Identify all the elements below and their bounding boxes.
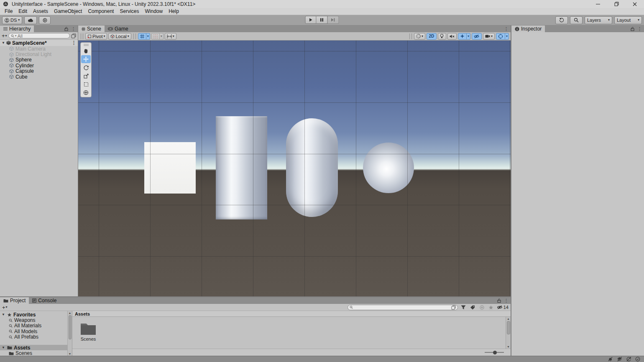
tree-item-all-prefabs[interactable]: All Prefabs <box>0 334 67 340</box>
menu-file[interactable]: File <box>2 8 15 14</box>
scene-audio-toggle[interactable] <box>447 33 457 40</box>
toolbar-drag-handle[interactable] <box>133 33 136 39</box>
kebab-icon[interactable]: ⋮ <box>71 27 76 31</box>
scroll-down-icon[interactable]: ▼ <box>507 345 510 348</box>
kebab-icon[interactable]: ⋮ <box>504 27 509 31</box>
grid-visibility-toggle[interactable] <box>138 33 146 40</box>
gizmos-toggle[interactable] <box>496 33 505 40</box>
kebab-icon[interactable]: ⋮ <box>72 41 76 45</box>
scene-object-cylinder[interactable] <box>216 116 267 219</box>
layers-muted-icon[interactable] <box>617 357 622 362</box>
undo-history-button[interactable] <box>555 16 568 24</box>
services-button[interactable] <box>39 16 51 24</box>
gizmos-dropdown[interactable]: ▾ <box>505 33 509 40</box>
hierarchy-item-cube[interactable]: Cube <box>0 74 78 79</box>
move-tool-button[interactable] <box>81 55 91 63</box>
account-button[interactable]: DS ▾ <box>2 16 22 24</box>
rect-tool-button[interactable] <box>81 80 91 88</box>
add-gameobject-button[interactable]: +▾ <box>2 33 7 38</box>
tree-item-weapons[interactable]: Weapons <box>0 317 67 323</box>
toolbar-drag-handle[interactable] <box>409 33 412 39</box>
hierarchy-scene-row[interactable]: ▼ SampleScene* ⋮ <box>0 40 78 46</box>
save-search-icon[interactable] <box>478 304 486 311</box>
hierarchy-item-sphere[interactable]: Sphere <box>0 57 78 63</box>
tree-item-assets[interactable]: ▼ Assets <box>0 345 67 350</box>
play-button[interactable] <box>305 16 317 24</box>
snap-settings-dropdown[interactable]: ▾ <box>165 33 176 40</box>
tab-hierarchy[interactable]: Hierarchy <box>0 25 34 32</box>
bell-muted-icon[interactable] <box>608 357 613 362</box>
hierarchy-item-directional-light[interactable]: Directional Light <box>0 51 78 57</box>
scene-object-sphere[interactable] <box>363 143 414 193</box>
rotate-tool-button[interactable] <box>81 64 91 71</box>
scene-effects-dropdown[interactable]: ▾ <box>467 33 470 40</box>
scene-effects-toggle[interactable] <box>458 33 467 40</box>
increment-snap-dropdown[interactable]: ▾ <box>160 33 164 40</box>
overlay-drag-handle[interactable] <box>81 43 91 46</box>
menu-window[interactable]: Window <box>142 8 166 14</box>
scrollbar-thumb[interactable] <box>69 315 72 339</box>
slider-knob[interactable] <box>493 351 497 354</box>
menu-component[interactable]: Component <box>85 8 117 14</box>
tab-console[interactable]: Console <box>29 297 60 304</box>
scale-tool-button[interactable] <box>81 72 91 80</box>
layout-dropdown[interactable]: Layout ▾ <box>614 16 642 24</box>
tab-project[interactable]: Project <box>0 297 29 304</box>
search-by-type-icon[interactable] <box>460 304 467 311</box>
maximize-button[interactable] <box>607 0 626 8</box>
create-asset-button[interactable]: +▾ <box>2 305 8 310</box>
tree-item-all-materials[interactable]: All Materials <box>0 323 67 329</box>
close-button[interactable] <box>626 0 644 8</box>
pause-button[interactable] <box>317 16 328 24</box>
scene-lighting-toggle[interactable] <box>438 33 446 40</box>
foldout-triangle[interactable]: ▼ <box>2 313 5 316</box>
open-in-search-icon[interactable] <box>451 305 456 310</box>
tree-item-scenes[interactable]: Scenes <box>0 350 67 356</box>
kebab-icon[interactable]: ⋮ <box>637 27 642 31</box>
hierarchy-item-cylinder[interactable]: Cylinder <box>0 63 78 68</box>
project-search-input[interactable] <box>348 305 458 310</box>
project-tree-scrollbar[interactable]: ▲ ▼ <box>67 311 72 356</box>
scroll-up-icon[interactable]: ▲ <box>507 317 510 320</box>
menu-edit[interactable]: Edit <box>15 8 30 14</box>
tab-game[interactable]: Game <box>105 25 132 32</box>
progress-icon[interactable] <box>635 357 640 362</box>
picker-icon[interactable] <box>71 33 76 38</box>
search-by-label-icon[interactable] <box>469 304 476 311</box>
tab-scene[interactable]: Scene <box>78 25 105 32</box>
asset-grid[interactable]: Scenes <box>72 317 511 349</box>
scene-camera-dropdown[interactable]: ▾ <box>483 33 495 40</box>
tree-item-all-models[interactable]: All Models <box>0 329 67 334</box>
lock-icon[interactable] <box>64 27 68 31</box>
hierarchy-search-input[interactable]: ▾ All <box>8 33 70 38</box>
scroll-up-icon[interactable]: ▲ <box>69 311 72 314</box>
hand-tool-button[interactable] <box>81 47 91 55</box>
favorites-star-icon[interactable] <box>488 304 495 311</box>
tab-inspector[interactable]: Inspector <box>511 25 545 32</box>
scene-object-cube[interactable] <box>144 142 196 194</box>
asset-grid-scrollbar[interactable]: ▲ ▼ <box>506 317 511 349</box>
menu-assets[interactable]: Assets <box>30 8 51 14</box>
scene-visibility-toggle[interactable] <box>472 33 482 40</box>
menu-help[interactable]: Help <box>166 8 182 14</box>
grid-visibility-dropdown[interactable]: ▾ <box>146 33 150 40</box>
asset-folder-scenes[interactable]: Scenes <box>77 322 99 342</box>
toolbar-drag-handle[interactable] <box>81 33 83 39</box>
transform-tool-button[interactable] <box>81 89 91 97</box>
minimize-button[interactable] <box>589 0 607 8</box>
menu-gameobject[interactable]: GameObject <box>51 8 85 14</box>
lock-icon[interactable] <box>497 298 501 303</box>
layers-dropdown[interactable]: Layers ▾ <box>585 16 612 24</box>
hierarchy-item-main-camera[interactable]: Main Camera <box>0 46 78 51</box>
menu-services[interactable]: Services <box>117 8 142 14</box>
foldout-triangle[interactable]: ▼ <box>2 346 5 349</box>
draw-mode-dropdown[interactable]: ▾ <box>414 33 425 40</box>
scroll-down-icon[interactable]: ▼ <box>69 352 72 355</box>
scrollbar-thumb[interactable] <box>507 321 510 334</box>
hidden-count-badge[interactable]: 14 <box>497 305 509 310</box>
increment-snap-toggle[interactable] <box>151 33 160 40</box>
cloud-button[interactable] <box>24 16 37 24</box>
hierarchy-item-capsule[interactable]: Capsule <box>0 69 78 74</box>
local-dropdown[interactable]: Local ▾ <box>108 33 131 40</box>
scene-viewport[interactable] <box>78 41 511 296</box>
